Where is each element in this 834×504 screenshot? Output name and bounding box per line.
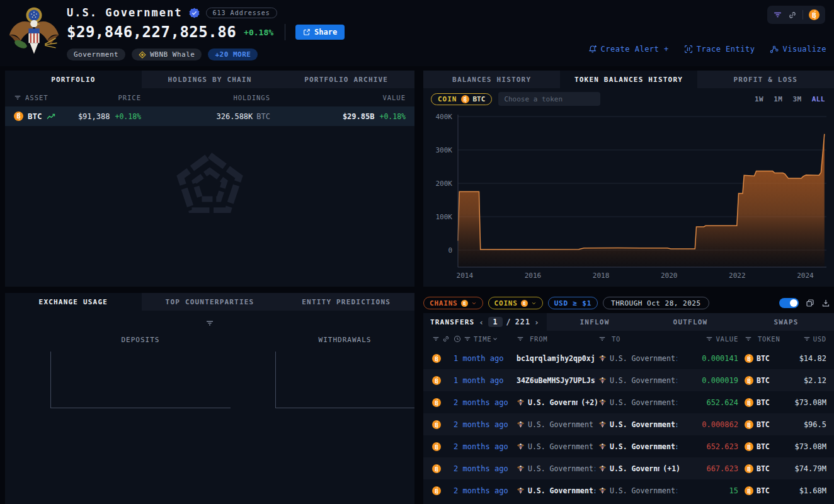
tag-government[interactable]: Government — [67, 49, 125, 60]
tab-portfolio[interactable]: PORTFOLIO — [5, 71, 142, 88]
tab-swaps[interactable]: SWAPS — [738, 313, 834, 331]
transfer-time-link[interactable]: 1 month ago — [454, 376, 517, 385]
token-search-input[interactable] — [498, 92, 600, 106]
live-toggle[interactable] — [779, 298, 799, 308]
chains-filter-pill[interactable]: CHAINS — [423, 297, 483, 309]
tab-exchange-usage[interactable]: EXCHANGE USAGE — [5, 293, 142, 311]
balance-history-chart[interactable]: 0 100K 200K 300K 400K2014201620182020202… — [423, 110, 834, 287]
column-from[interactable]: FROM — [530, 335, 548, 343]
column-value[interactable]: VALUE — [716, 335, 738, 343]
transfer-row[interactable]: 2 months ago U.S. Government: Pot… U.S. … — [423, 479, 834, 501]
transfer-time-link[interactable]: 2 months ago — [454, 398, 517, 407]
transfer-to[interactable]: U.S. Government: Ros… — [598, 376, 680, 385]
filter-icon[interactable] — [705, 335, 713, 343]
transfers-panel: TRANSFERS ‹ 1 / 221 › INFLOW OUTFLOW SWA… — [423, 313, 834, 504]
filter-icon[interactable] — [803, 335, 811, 343]
transfer-usd: $73.08M — [780, 442, 826, 451]
coins-filter-pill[interactable]: COINS — [488, 297, 543, 309]
transfer-from[interactable]: U.S. Government (bc1… — [517, 420, 598, 429]
tab-holdings-by-chain[interactable]: HOLDINGS BY CHAIN — [142, 71, 278, 88]
transfer-from[interactable]: U.S. Government: Pot… — [517, 486, 598, 495]
tab-balances-history[interactable]: BALANCES HISTORY — [423, 71, 560, 88]
filter-icon[interactable] — [773, 10, 782, 20]
transfer-time-link[interactable]: 2 months ago — [454, 420, 517, 429]
transfer-to[interactable]: U.S. Government: Pot… — [598, 398, 680, 407]
tab-inflow[interactable]: INFLOW — [547, 313, 643, 331]
portfolio-total-value: $29,846,227,825.86 — [67, 23, 236, 41]
transfer-time-link[interactable]: 2 months ago — [454, 442, 517, 451]
tab-outflow[interactable]: OUTFLOW — [643, 313, 738, 331]
exchange-usage-panel: EXCHANGE USAGE TOP COUNTERPARTIES ENTITY… — [5, 293, 414, 504]
transfer-from[interactable]: U.S. Government: Pot… — [517, 464, 598, 473]
addresses-badge[interactable]: 613 Addresses — [206, 8, 277, 18]
tab-token-balances-history[interactable]: TOKEN BALANCES HISTORY — [560, 71, 697, 88]
us-government-entity-icon — [517, 464, 525, 472]
column-price[interactable]: PRICE — [56, 94, 141, 101]
column-value[interactable]: VALUE — [270, 94, 406, 101]
filter-icon[interactable] — [464, 335, 471, 343]
transfer-row[interactable]: 2 months ago U.S. Government (bc1… U.S. … — [423, 413, 834, 435]
tab-profit-loss[interactable]: PROFIT & LOSS — [697, 71, 834, 88]
tag-more-button[interactable]: +20 MORE — [208, 49, 258, 60]
link-icon[interactable] — [442, 335, 450, 343]
create-alert-button[interactable]: Create Alert + — [588, 45, 669, 54]
filter-icon[interactable] — [598, 335, 606, 343]
download-icon[interactable] — [821, 299, 830, 307]
range-all[interactable]: ALL — [812, 95, 825, 103]
copy-icon[interactable] — [806, 299, 814, 307]
transfer-to[interactable]: U.S. Government: Ros… — [598, 354, 680, 363]
date-filter-pill[interactable]: THROUGH Oct 28, 2025 — [603, 297, 709, 309]
filter-icon[interactable] — [517, 335, 524, 343]
tab-transfers[interactable]: TRANSFERS ‹ 1 / 221 › — [423, 313, 547, 331]
column-asset[interactable]: ASSET — [25, 94, 49, 101]
portfolio-row-btc[interactable]: BTC $91,388 +0.18% 326.588K BTC $29.85B … — [5, 106, 414, 126]
range-3m[interactable]: 3M — [792, 95, 801, 103]
transfer-to[interactable]: U.S. Government: Pot… — [598, 420, 680, 429]
transfer-to[interactable]: U.S. Governm (bc1…(+1) — [598, 464, 680, 473]
column-usd[interactable]: USD — [813, 335, 826, 343]
us-government-entity-icon — [517, 442, 525, 450]
coin-filter-pill[interactable]: COIN BTC — [431, 93, 492, 105]
transfer-row[interactable]: 1 month ago 34Z6uBeMHSJy7UPLJsBssXg… U.S… — [423, 369, 834, 391]
transfer-usd: $1.68M — [780, 486, 826, 495]
tab-top-counterparties[interactable]: TOP COUNTERPARTIES — [142, 293, 278, 311]
tab-portfolio-archive[interactable]: PORTFOLIO ARCHIVE — [278, 71, 414, 88]
withdrawals-chart — [275, 352, 414, 408]
transfer-row[interactable]: 1 month ago bc1qrqlamjhy2qp0xj5mxv4… U.S… — [423, 347, 834, 369]
filter-icon[interactable] — [432, 335, 440, 343]
transfer-to[interactable]: U.S. Government: Pot… — [598, 442, 680, 451]
link-icon[interactable] — [788, 11, 797, 20]
prev-page-button[interactable]: ‹ — [479, 318, 484, 327]
transfer-row[interactable]: 2 months ago U.S. Government (bc1… U.S. … — [423, 435, 834, 457]
column-to[interactable]: TO — [612, 335, 620, 343]
transfer-time-link[interactable]: 1 month ago — [454, 354, 517, 363]
transfer-from[interactable]: 34Z6uBeMHSJy7UPLJsBssXg… — [517, 376, 598, 385]
clock-icon[interactable] — [454, 335, 461, 343]
transfer-row[interactable]: 2 months ago U.S. Governm (bc1…(+2) U.S.… — [423, 391, 834, 413]
column-time[interactable]: TIME — [474, 335, 492, 343]
transfer-from[interactable]: U.S. Government (bc1… — [517, 442, 598, 451]
range-1m[interactable]: 1M — [774, 95, 782, 103]
transfer-time-link[interactable]: 2 months ago — [454, 464, 517, 473]
trace-icon — [684, 45, 693, 54]
visualize-button[interactable]: Visualize — [770, 45, 826, 54]
column-token[interactable]: TOKEN — [758, 335, 780, 343]
transfer-row[interactable]: 2 months ago U.S. Government: Pot… U.S. … — [423, 457, 834, 479]
transfer-time-link[interactable]: 2 months ago — [454, 486, 517, 495]
range-1w[interactable]: 1W — [755, 95, 763, 103]
btc-icon — [432, 354, 441, 363]
tab-entity-predictions[interactable]: ENTITY PREDICTIONS — [278, 293, 414, 311]
transfer-from[interactable]: U.S. Governm (bc1…(+2) — [517, 398, 598, 407]
filter-icon[interactable] — [14, 94, 21, 101]
trace-entity-button[interactable]: Trace Entity — [684, 45, 755, 54]
transfer-to[interactable]: U.S. Government: Pot… — [598, 486, 680, 495]
next-page-button[interactable]: › — [534, 318, 540, 327]
share-button[interactable]: Share — [295, 25, 345, 40]
filter-icon[interactable] — [205, 319, 214, 328]
column-holdings[interactable]: HOLDINGS — [141, 94, 270, 101]
tag-wbnb-whale[interactable]: WBNB Whale — [132, 49, 202, 60]
btc-chip-icon[interactable] — [809, 9, 820, 20]
filter-icon[interactable] — [745, 335, 752, 343]
transfer-from[interactable]: bc1qrqlamjhy2qp0xj5mxv4… — [517, 354, 598, 363]
usd-filter-pill[interactable]: USD ≥ $1 — [548, 297, 598, 309]
